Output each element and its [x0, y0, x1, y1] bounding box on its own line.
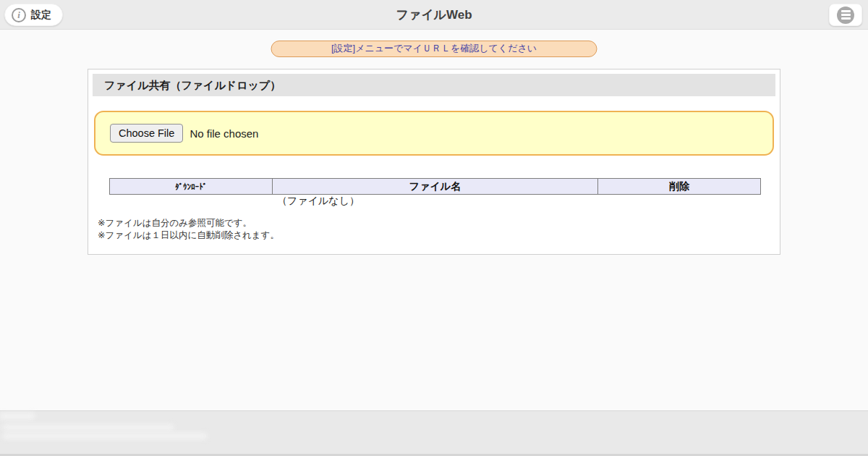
info-icon: i	[12, 8, 26, 22]
redacted-footer-text	[3, 433, 207, 439]
panel-title: ファイル共有（ファイルドロップ）	[93, 74, 775, 96]
hamburger-menu-icon	[837, 7, 854, 24]
file-drop-zone[interactable]: Choose File No file chosen	[94, 111, 774, 156]
note-auto-delete: ※ファイルは１日以内に自動削除されます。	[98, 229, 279, 242]
files-table-header-row: ﾀﾞｳﾝﾛｰﾄﾞ ファイル名 削除	[110, 179, 761, 195]
notice-text: [設定]メニューでマイＵＲＬを確認してください	[331, 43, 537, 54]
usage-notes: ※ファイルは自分のみ参照可能です。 ※ファイルは１日以内に自動削除されます。	[98, 217, 279, 242]
footer	[0, 410, 868, 456]
file-share-panel: ファイル共有（ファイルドロップ） Choose File No file cho…	[88, 69, 780, 255]
note-private: ※ファイルは自分のみ参照可能です。	[98, 217, 279, 229]
top-bar: ファイルWeb i 設定	[0, 0, 868, 30]
settings-button[interactable]: i 設定	[4, 4, 63, 26]
redacted-footer-text	[3, 424, 174, 431]
app-title: ファイルWeb	[0, 0, 868, 30]
empty-file-list-message: （ファイルなし）	[277, 195, 359, 208]
file-input[interactable]: Choose File No file chosen	[110, 124, 258, 143]
notice-banner: [設定]メニューでマイＵＲＬを確認してください	[271, 41, 597, 57]
column-header-filename: ファイル名	[273, 179, 598, 195]
files-table: ﾀﾞｳﾝﾛｰﾄﾞ ファイル名 削除	[109, 178, 761, 195]
column-header-delete: 削除	[598, 179, 761, 195]
file-web-app: ファイルWeb i 設定 [設定]メニューでマイＵＲＬを確認してください ファイ…	[0, 0, 868, 456]
settings-button-label: 設定	[31, 9, 51, 22]
file-status-text: No file chosen	[190, 127, 258, 140]
column-header-download: ﾀﾞｳﾝﾛｰﾄﾞ	[110, 179, 273, 195]
menu-button[interactable]	[829, 4, 862, 26]
redacted-footer-text	[0, 413, 35, 420]
choose-file-button[interactable]: Choose File	[110, 124, 183, 143]
